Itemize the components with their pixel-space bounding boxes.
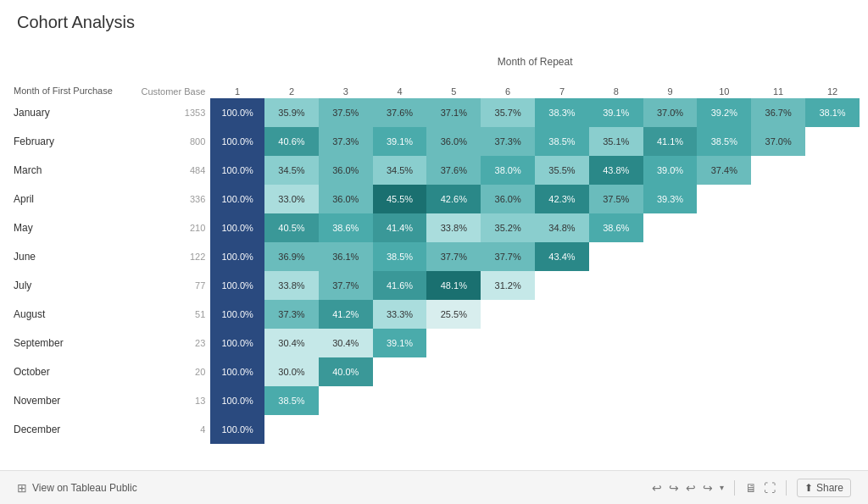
data-cell — [535, 386, 589, 415]
data-cell: 34.5% — [264, 156, 319, 185]
data-cell: 38.5% — [697, 127, 751, 156]
row-customer-count: 51 — [129, 300, 211, 329]
data-cell — [751, 242, 805, 271]
dropdown-icon[interactable]: ▾ — [720, 483, 724, 492]
data-cell: 35.9% — [264, 98, 319, 127]
data-cell: 35.5% — [535, 156, 589, 185]
data-cell — [805, 127, 860, 156]
col-header-10: 10 — [697, 69, 751, 98]
data-cell: 100.0% — [210, 127, 264, 156]
data-cell — [319, 386, 373, 415]
data-cell: 100.0% — [210, 156, 264, 185]
data-cell: 39.1% — [589, 98, 643, 127]
data-cell: 37.3% — [264, 300, 319, 329]
data-cell — [426, 415, 481, 444]
row-customer-count: 77 — [129, 271, 211, 300]
row-month-label: August — [8, 300, 129, 329]
data-cell — [481, 386, 535, 415]
data-cell: 48.1% — [426, 271, 481, 300]
data-cell — [589, 300, 643, 329]
data-cell: 35.7% — [481, 98, 535, 127]
data-cell — [751, 156, 805, 185]
data-cell — [697, 300, 751, 329]
divider — [734, 480, 735, 496]
data-cell — [643, 300, 698, 329]
page-title: Cohort Analysis — [0, 0, 868, 41]
col-header-8: 8 — [589, 69, 643, 98]
undo2-icon[interactable]: ↩ — [686, 481, 696, 495]
undo-icon[interactable]: ↩ — [652, 481, 662, 495]
data-cell: 33.0% — [264, 185, 319, 213]
data-cell: 36.0% — [481, 185, 535, 213]
tableau-link[interactable]: View on Tableau Public — [32, 482, 137, 494]
redo2-icon[interactable]: ↪ — [703, 481, 713, 495]
table-row: December4100.0% — [8, 415, 860, 444]
data-cell: 40.6% — [264, 127, 319, 156]
data-cell: 36.0% — [426, 127, 481, 156]
data-cell: 30.0% — [264, 357, 319, 386]
fullscreen-icon[interactable]: ⛶ — [764, 481, 776, 495]
data-cell — [751, 415, 805, 444]
data-cell: 100.0% — [210, 415, 264, 444]
table-wrapper: Month of Repeat Month of First Purchase … — [0, 41, 868, 470]
share-icon: ⬆ — [804, 482, 813, 494]
data-cell — [643, 213, 698, 242]
data-cell — [535, 357, 589, 386]
data-cell: 43.4% — [535, 242, 589, 271]
table-row: April336100.0%33.0%36.0%45.5%42.6%36.0%4… — [8, 185, 860, 213]
col-header-2: 2 — [264, 69, 319, 98]
data-cell — [589, 415, 643, 444]
footer-left: ⊞ View on Tableau Public — [17, 481, 137, 495]
data-cell: 33.8% — [264, 271, 319, 300]
data-cell: 100.0% — [210, 357, 264, 386]
data-cell — [751, 386, 805, 415]
data-cell — [643, 329, 698, 357]
data-cell: 36.9% — [264, 242, 319, 271]
tableau-grid-icon: ⊞ — [17, 481, 27, 495]
data-cell: 39.1% — [373, 127, 427, 156]
data-cell: 38.5% — [535, 127, 589, 156]
data-cell: 37.3% — [481, 127, 535, 156]
data-cell: 35.2% — [481, 213, 535, 242]
data-cell: 38.3% — [535, 98, 589, 127]
data-cell — [589, 357, 643, 386]
monitor-icon[interactable]: 🖥 — [745, 481, 757, 495]
data-cell — [697, 213, 751, 242]
data-cell — [373, 357, 427, 386]
data-cell: 39.0% — [643, 156, 698, 185]
data-cell — [697, 357, 751, 386]
footer-right: ↩ ↪ ↩ ↪ ▾ 🖥 ⛶ ⬆ Share — [652, 479, 851, 497]
data-cell: 37.7% — [426, 242, 481, 271]
data-cell: 42.3% — [535, 185, 589, 213]
data-cell — [697, 386, 751, 415]
row-month-label: February — [8, 127, 129, 156]
data-cell — [643, 386, 698, 415]
data-cell: 38.6% — [319, 213, 373, 242]
data-cell: 43.8% — [589, 156, 643, 185]
customer-base-header: Customer Base — [129, 69, 211, 98]
data-cell — [643, 242, 698, 271]
data-cell: 100.0% — [210, 386, 264, 415]
data-cell: 37.0% — [643, 98, 698, 127]
share-button[interactable]: ⬆ Share — [797, 479, 851, 497]
data-cell: 38.1% — [805, 98, 860, 127]
col-header-6: 6 — [481, 69, 535, 98]
table-row: January1353100.0%35.9%37.5%37.6%37.1%35.… — [8, 98, 860, 127]
data-cell: 41.4% — [373, 213, 427, 242]
data-cell: 39.2% — [697, 98, 751, 127]
redo-icon[interactable]: ↪ — [669, 481, 679, 495]
table-row: March484100.0%34.5%36.0%34.5%37.6%38.0%3… — [8, 156, 860, 185]
data-cell — [697, 271, 751, 300]
data-cell — [426, 386, 481, 415]
table-row: February800100.0%40.6%37.3%39.1%36.0%37.… — [8, 127, 860, 156]
data-cell — [535, 271, 589, 300]
data-cell: 33.8% — [426, 213, 481, 242]
data-cell: 34.8% — [535, 213, 589, 242]
data-cell: 37.7% — [319, 271, 373, 300]
data-cell — [264, 415, 319, 444]
data-cell: 25.5% — [426, 300, 481, 329]
data-cell — [426, 357, 481, 386]
data-cell — [805, 242, 860, 271]
row-month-label: September — [8, 329, 129, 357]
data-cell — [535, 329, 589, 357]
